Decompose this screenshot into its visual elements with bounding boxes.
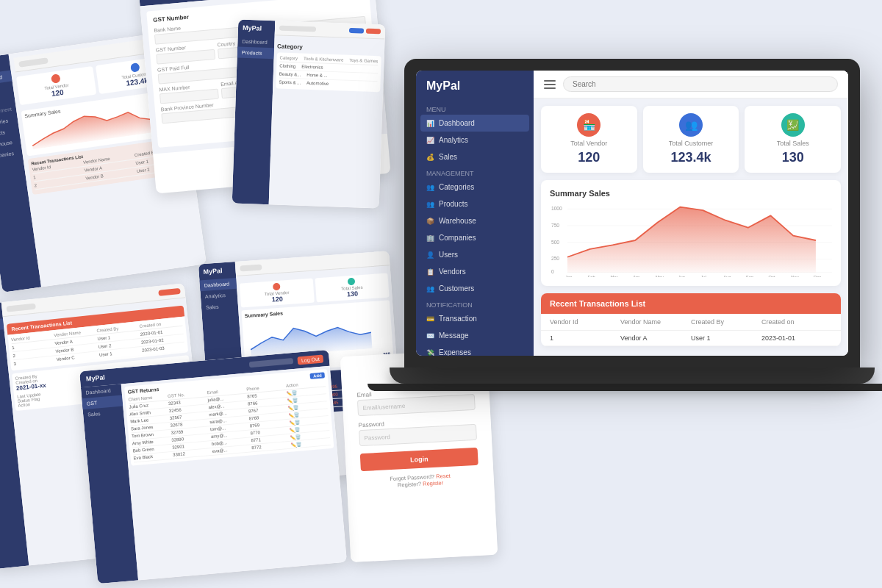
mini-logo-7: MyPal (86, 373, 106, 382)
mini-header-6 (275, 21, 386, 39)
mini-logo-6: MyPal (238, 20, 276, 37)
products-icon: 👥 (426, 201, 434, 208)
transaction-icon: 💳 (426, 315, 434, 323)
sidebar-item-sales[interactable]: 💰 Sales (416, 148, 534, 165)
sidebar-item-categories[interactable]: 👥 Categories (416, 179, 534, 196)
transactions-header: Recent Transactions List (541, 293, 841, 314)
stat-card-customer: 👥 Total Customer 123.4k (643, 106, 739, 173)
svg-text:Dec: Dec (814, 275, 821, 277)
col-created-by-main: Created By (691, 318, 761, 326)
categories-icon: 👥 (426, 184, 434, 191)
customer-label: Total Customer (669, 140, 714, 147)
analytics-icon: 📈 (426, 137, 434, 144)
vendor-value: 120 (578, 150, 600, 165)
dashboard-icon: 📊 (426, 120, 434, 127)
sidebar-item-transaction[interactable]: 💳 Transaction (416, 310, 534, 327)
mini-cat-title: Category (277, 43, 381, 53)
transactions-card: Recent Transactions List Vendor Id Vendo… (541, 293, 841, 346)
sidebar-logo: MyPal (416, 71, 534, 101)
login-email-placeholder: Email/username (362, 402, 405, 411)
chart-title: Summary Sales (550, 189, 832, 198)
top-bar (534, 71, 848, 98)
svg-text:Nov: Nov (791, 275, 798, 277)
customers-icon: 👥 (426, 285, 434, 293)
mini-nav-6b: Products (237, 47, 274, 60)
sales-value: 130 (782, 150, 804, 165)
svg-text:0: 0 (551, 270, 554, 275)
expenses-icon: 💸 (426, 349, 434, 356)
svg-text:Mar: Mar (611, 275, 618, 277)
sales-stat-icon: 💹 (781, 113, 805, 137)
vendors-icon: 📋 (426, 268, 434, 276)
customer-value: 123.4k (670, 150, 711, 165)
users-icon: 👤 (426, 251, 434, 259)
sales-label: Total Sales (777, 140, 809, 147)
mini-logo-2: MyPal (145, 0, 165, 1)
search-input[interactable] (563, 76, 838, 92)
sidebar-item-customers[interactable]: 👥 Customers (416, 280, 534, 297)
svg-marker-12 (567, 207, 816, 273)
hamburger-menu[interactable] (544, 80, 556, 89)
table-row: 1 Vendor A User 1 2023-01-01 (541, 331, 841, 346)
vendor-stat-icon: 🏪 (577, 113, 600, 137)
bg-screen-6: MyPal Dashboard Products Category Catego… (232, 20, 386, 209)
sidebar-notif-label: Notification (416, 297, 534, 310)
svg-text:Feb: Feb (588, 275, 595, 277)
stat-card-vendor: 🏪 Total Vendor 120 (541, 106, 637, 173)
laptop-foot (368, 384, 882, 391)
sidebar-item-users[interactable]: 👤 Users (416, 246, 534, 263)
col-vendor-name-main: Vendor Name (620, 318, 691, 326)
laptop-screen: MyPal Menu 📊 Dashboard 📈 Analytics 💰 Sal… (416, 71, 848, 356)
mini-logout-7: Log Out (297, 354, 323, 365)
sidebar-item-expenses[interactable]: 💸 Expenses (416, 344, 534, 356)
laptop-body: MyPal Menu 📊 Dashboard 📈 Analytics 💰 Sal… (404, 59, 860, 368)
login-pass-placeholder: Password (364, 434, 390, 442)
sidebar: MyPal Menu 📊 Dashboard 📈 Analytics 💰 Sal… (416, 71, 534, 356)
stat-card-sales: 💹 Total Sales 130 (745, 106, 841, 173)
vendor-label: Total Vendor (570, 140, 607, 147)
sidebar-menu-label: Menu (416, 101, 534, 115)
svg-text:500: 500 (551, 240, 560, 245)
sidebar-item-vendors[interactable]: 📋 Vendors (416, 263, 534, 280)
transactions-table: Vendor Id Vendor Name Created By Created… (541, 314, 841, 346)
warehouse-icon: 📦 (426, 218, 434, 225)
svg-text:750: 750 (551, 223, 560, 228)
sidebar-item-warehouse[interactable]: 📦 Warehouse (416, 212, 534, 229)
sidebar-item-products[interactable]: 👥 Products (416, 196, 534, 212)
svg-text:May: May (656, 275, 664, 277)
col-created-on-main: Created on (761, 318, 832, 326)
svg-text:Apr: Apr (633, 275, 639, 277)
customer-stat-icon: 👥 (679, 113, 703, 137)
laptop: MyPal Menu 📊 Dashboard 📈 Analytics 💰 Sal… (404, 59, 860, 500)
main-content: 🏪 Total Vendor 120 👥 Total Customer 123.… (534, 71, 848, 356)
laptop-base (390, 368, 875, 384)
mini-nav-6a: Dashboard (237, 36, 274, 49)
sidebar-item-dashboard[interactable]: 📊 Dashboard (420, 115, 529, 132)
sidebar-item-companies[interactable]: 🏢 Companies (416, 229, 534, 246)
svg-text:1000: 1000 (551, 206, 562, 211)
stats-row: 🏪 Total Vendor 120 👥 Total Customer 123.… (541, 106, 841, 173)
sales-icon: 💰 (426, 154, 434, 161)
sidebar-item-message[interactable]: ✉️ Message (416, 327, 534, 344)
chart-area: 1000 750 500 250 0 (550, 204, 832, 277)
svg-text:250: 250 (551, 256, 560, 261)
sidebar-item-analytics[interactable]: 📈 Analytics (416, 132, 534, 148)
col-vendor-id-main: Vendor Id (550, 318, 620, 326)
svg-text:Aug: Aug (723, 275, 731, 277)
svg-text:Jul: Jul (700, 275, 706, 277)
svg-text:Oct: Oct (769, 275, 775, 277)
svg-text:Sep: Sep (746, 275, 753, 277)
sidebar-mgmt-label: Management (416, 165, 534, 179)
companies-icon: 🏢 (426, 234, 434, 242)
table-head: Vendor Id Vendor Name Created By Created… (541, 314, 841, 331)
chart-card: Summary Sales 1000 (541, 180, 841, 286)
svg-text:Jun: Jun (678, 275, 685, 277)
content-area: 🏪 Total Vendor 120 👥 Total Customer 123.… (534, 98, 848, 356)
svg-text:Jan: Jan (565, 275, 572, 277)
mini-nav-4c: Sales (201, 300, 238, 313)
mini-nav-comp: Companies (0, 146, 23, 162)
message-icon: ✉️ (426, 332, 434, 340)
bg-screen-7: MyPal Log Out Dashboard GST Sales GST Re… (79, 350, 347, 584)
